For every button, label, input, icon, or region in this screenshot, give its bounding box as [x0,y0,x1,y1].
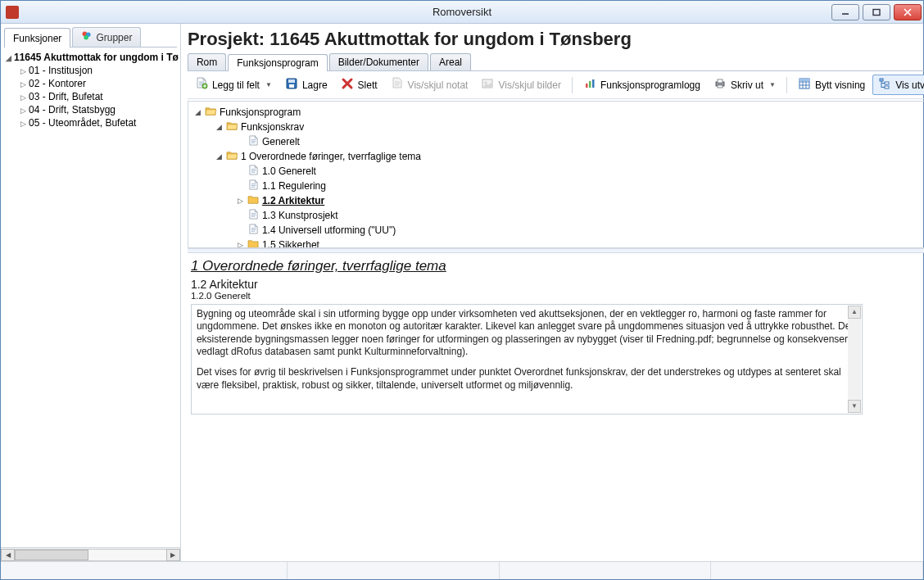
left-tabs: Funksjoner Grupper [4,27,177,48]
tree-item[interactable]: ▷02 - Kontorer [4,77,179,90]
collapse-icon[interactable]: ◢ [4,54,12,62]
program-log-button[interactable]: Funksjonsprogramlogg [578,75,706,95]
tree-node[interactable]: ◢ 1 Overordnede føringer, tverrfaglige t… [193,149,924,164]
save-icon [285,77,298,93]
tree-node-selected[interactable]: ▷ 1.2 Arkitektur [193,193,924,208]
toggle-images-button[interactable]: Vis/skjul bilder [475,75,566,95]
expand-icon[interactable]: ▷ [236,197,245,206]
detail-heading-2: 1.2 Arkitektur [191,278,924,291]
groups-icon [81,30,93,44]
tree-node[interactable]: ◢ Funksjonsprogram [193,105,924,120]
window-buttons [830,2,923,22]
button-label: Vis/skjul bilder [498,79,560,91]
toggle-note-button[interactable]: Vis/skjul notat [385,75,474,95]
chart-icon [583,77,596,93]
expand-placeholder [236,182,245,191]
button-label: Skriv ut [731,79,763,91]
scroll-up-icon[interactable]: ▲ [848,306,861,319]
tab-bilder-dokumenter[interactable]: Bilder/Dokumenter [329,53,428,70]
node-label: 1.0 Generelt [262,165,316,177]
print-button[interactable]: Skriv ut ▼ [708,75,781,95]
image-icon [481,77,494,93]
scroll-down-icon[interactable]: ▼ [848,400,861,413]
node-label: Generelt [262,136,300,147]
app-window: Romoversikt Funksjoner Grupper ◢11645 Ak… [0,0,924,580]
tab-label: Rom [197,57,217,68]
tab-funksjonsprogram[interactable]: Funksjonsprogram [228,54,327,71]
status-segment [1,562,288,579]
scroll-track[interactable] [848,319,861,400]
add-document-icon [195,77,208,93]
description-textarea[interactable]: Bygning og uteområde skal i sin utformin… [191,304,863,415]
folder-open-icon [205,106,217,119]
tree-root[interactable]: ◢11645 Akuttmottak for ungdom i Tø [4,51,179,64]
save-button[interactable]: Lagre [279,75,333,95]
expand-placeholder [236,226,245,235]
document-icon [247,224,260,237]
right-pane: Prosjekt: 11645 Akuttmottak for ungdom i… [181,24,924,561]
collapse-icon[interactable]: ◢ [215,152,224,161]
node-label: 1.5 Sikkerhet [262,239,319,247]
project-title: Prosjekt: 11645 Akuttmottak for ungdom i… [188,29,924,50]
expand-icon[interactable]: ▷ [19,80,27,88]
tab-grupper[interactable]: Grupper [72,27,141,47]
tree-node[interactable]: 1.1 Regulering [193,179,924,193]
expand-icon[interactable]: ▷ [236,241,245,248]
maximize-button[interactable] [863,4,890,20]
textarea-vscrollbar[interactable]: ▲ ▼ [848,306,861,413]
button-label: Vis utvidet tr [895,79,924,91]
detail-heading-3: 1.2.0 Generelt [191,291,924,301]
expand-icon[interactable]: ▷ [19,120,27,128]
button-label: Lagre [302,79,328,91]
tree-node[interactable]: ◢ Funksjonskrav [193,120,924,134]
expand-icon[interactable]: ▷ [19,93,27,102]
switch-view-button[interactable]: Bytt visning [792,75,871,95]
toolbar: Legg til felt ▼ Lagre Slett Vis/skjul no… [188,71,924,99]
minimize-button[interactable] [831,4,859,20]
delete-icon [341,77,354,93]
window-title: Romoversikt [1,6,923,18]
dropdown-icon: ▼ [265,81,272,88]
node-label: 1.3 Kunstprosjekt [262,210,338,221]
tree-item-label: 01 - Institusjon [29,65,93,76]
function-tree[interactable]: ◢11645 Akuttmottak for ungdom i Tø ▷01 -… [1,48,180,547]
scroll-left-icon[interactable]: ◀ [1,549,15,561]
tree-node[interactable]: Generelt [193,134,924,149]
scroll-thumb[interactable] [15,550,88,560]
collapse-icon[interactable]: ◢ [193,108,202,117]
tree-node[interactable]: 1.3 Kunstprosjekt [193,208,924,223]
tree-node[interactable]: 1.0 Generelt [193,164,924,179]
add-field-button[interactable]: Legg til felt ▼ [189,75,278,95]
document-icon [247,209,260,222]
status-segment [288,562,500,579]
tree-item[interactable]: ▷04 - Drift, Statsbygg [4,103,179,116]
tree-node[interactable]: 1.4 Universell utforming ("UU") [193,223,924,238]
tab-funksjoner[interactable]: Funksjoner [4,28,70,48]
left-pane: Funksjoner Grupper ◢11645 Akuttmottak fo… [1,24,181,561]
document-icon [247,135,260,148]
button-label: Legg til felt [212,79,260,91]
delete-button[interactable]: Slett [335,75,383,95]
close-button[interactable] [894,4,922,20]
tree-node[interactable]: ▷ 1.5 Sikkerhet [193,238,924,247]
left-hscrollbar[interactable]: ◀ ▶ [1,547,180,561]
node-label: 1.4 Universell utforming ("UU") [262,224,396,236]
tree-item[interactable]: ▷05 - Uteområdet, Bufetat [4,116,179,129]
expand-icon[interactable]: ▷ [19,106,27,115]
scroll-track[interactable] [15,549,166,561]
program-tree[interactable]: ◢ Funksjonsprogram ◢ Funksjonskrav Gener… [188,102,924,247]
paragraph: Det vises for øvrig til beskrivelsen i F… [197,366,857,392]
tab-label: Bilder/Dokumenter [338,57,419,68]
tree-item[interactable]: ▷03 - Drift, Bufetat [4,90,179,103]
tree-item-label: 03 - Drift, Bufetat [29,91,103,102]
tree-item[interactable]: ▷01 - Institusjon [4,64,179,77]
expand-icon[interactable]: ▷ [19,67,27,75]
button-label: Vis/skjul notat [408,79,469,91]
node-label: 1.1 Regulering [262,180,326,192]
collapse-icon[interactable]: ◢ [215,123,224,132]
tab-areal[interactable]: Areal [430,53,471,70]
tab-rom[interactable]: Rom [188,53,226,70]
extended-tree-button[interactable]: Vis utvidet tr [872,75,924,95]
scroll-right-icon[interactable]: ▶ [166,549,180,561]
node-label: Funksjonskrav [241,121,304,133]
